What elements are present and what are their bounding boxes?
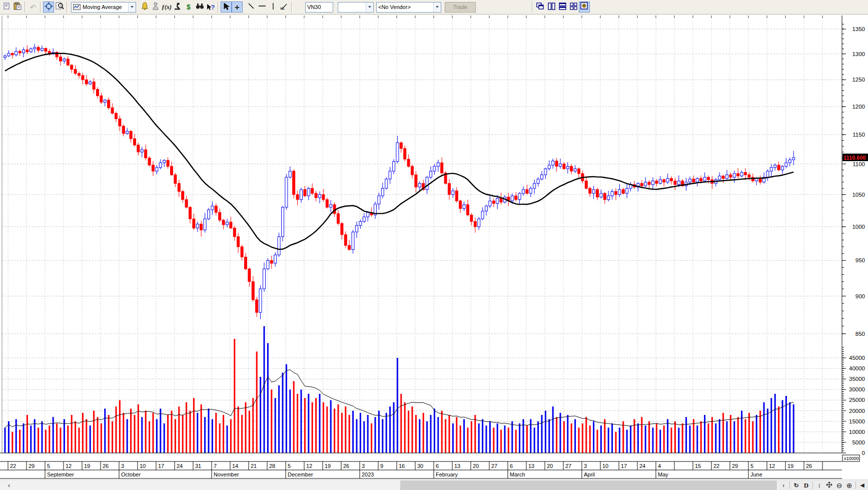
zoom-in-button[interactable]: ⊕: [845, 481, 853, 489]
chevron-left-icon: ‹: [8, 482, 10, 489]
indicator-quicklist-combo[interactable]: Moving Average: [71, 2, 136, 13]
candle-body: [256, 300, 258, 312]
candle-body: [729, 175, 732, 177]
date-label: 10: [602, 463, 608, 469]
indicator-builder-button[interactable]: ƒ(x): [161, 2, 172, 13]
candle-body: [692, 179, 695, 182]
candle-body: [145, 150, 147, 158]
candle-body: [526, 190, 528, 193]
candle-body: [148, 158, 151, 165]
system-tester-button[interactable]: $: [183, 2, 194, 13]
candle-body: [533, 183, 536, 188]
chevron-down-icon[interactable]: [366, 3, 373, 12]
candle-body: [478, 219, 480, 227]
semilog-scale-button[interactable]: sL: [279, 2, 290, 13]
pan-icon: [826, 481, 832, 489]
scroll-left-button[interactable]: ‹: [4, 480, 14, 490]
candle-body: [222, 220, 225, 225]
candle-body: [663, 180, 665, 182]
crosshair-pointer-icon: [45, 2, 53, 13]
refresh-button[interactable]: ↻: [792, 481, 800, 489]
horizontal-line-tool-button[interactable]: [257, 2, 268, 13]
context-help-button[interactable]: ?: [205, 2, 216, 13]
volume-axis-label: 20000: [849, 408, 865, 414]
select-tool-button[interactable]: [221, 2, 232, 13]
candle-body: [204, 219, 206, 230]
candle-body: [759, 179, 761, 182]
expand-vertical-button[interactable]: ↕: [815, 481, 823, 489]
vertical-line-tool-button[interactable]: [268, 2, 279, 13]
alerts-button[interactable]: [139, 2, 150, 13]
zoom-out-icon: ⊖: [836, 481, 842, 489]
candle-body: [733, 174, 735, 177]
candle-body: [770, 168, 772, 171]
trade-button[interactable]: Trade: [445, 2, 476, 13]
candle-body: [196, 224, 199, 228]
date-label: 3: [584, 463, 587, 469]
candle-body: [296, 195, 299, 200]
scroll-right-button[interactable]: ›: [778, 480, 788, 490]
chart-canvas[interactable]: 1350130012501200115011001050100095090085…: [0, 15, 868, 479]
price-axis-label: 950: [855, 257, 865, 263]
candle-body: [111, 108, 114, 113]
layout-button[interactable]: [579, 2, 590, 13]
month-label: June: [750, 471, 762, 477]
candle-body: [34, 48, 36, 49]
candle-body: [485, 206, 488, 211]
pointer-mode-button[interactable]: [43, 2, 54, 13]
zoom-out-button[interactable]: ⊖: [835, 481, 843, 489]
chevron-down-icon[interactable]: [433, 3, 441, 12]
candle-body: [541, 175, 543, 179]
previous-chart-button[interactable]: ◀: [858, 481, 866, 489]
explorer-button[interactable]: [172, 2, 183, 13]
candle-body: [737, 174, 739, 176]
candle-body: [615, 191, 617, 194]
chart-scrollbar-track[interactable]: [0, 480, 778, 490]
chevron-down-icon[interactable]: [128, 3, 136, 12]
candle-body: [666, 179, 669, 182]
cascade-windows-button[interactable]: [535, 2, 546, 13]
pan-button[interactable]: [825, 481, 833, 489]
candle-body: [559, 164, 562, 167]
tile-grid-button[interactable]: [568, 2, 579, 13]
date-label: 26: [103, 463, 109, 469]
candle-body: [41, 49, 44, 51]
tile-horizontal-button[interactable]: [557, 2, 568, 13]
candle-body: [744, 172, 747, 175]
candle-body: [126, 131, 129, 134]
candle-body: [263, 269, 266, 289]
copy-button[interactable]: [1, 2, 12, 13]
candle-body: [285, 177, 288, 207]
candle-body: [344, 235, 347, 245]
periodicity-button[interactable]: D: [802, 481, 810, 489]
vertical-line-icon: [272, 3, 275, 12]
candle-body: [496, 198, 499, 203]
search-button[interactable]: [194, 2, 205, 13]
crosshair-tool-button[interactable]: +: [232, 2, 243, 13]
period-combo[interactable]: [338, 2, 374, 13]
tile-horizontal-icon: [559, 3, 566, 12]
candle-body: [515, 196, 517, 200]
candle-body: [578, 169, 580, 174]
help-pointer-icon: ?: [207, 4, 215, 11]
trendline-tool-button[interactable]: [246, 2, 257, 13]
zoom-mode-button[interactable]: [54, 2, 65, 13]
candle-body: [400, 143, 402, 149]
candle-body: [304, 190, 306, 196]
tile-vertical-button[interactable]: [546, 2, 557, 13]
vendor-combo[interactable]: <No Vendor>: [376, 2, 441, 13]
symbol-input[interactable]: VN30: [305, 2, 333, 13]
date-label: 29: [29, 463, 35, 469]
expert-advisor-button[interactable]: [150, 2, 161, 13]
candle-body: [603, 193, 606, 200]
chevron-right-icon: ›: [782, 482, 784, 489]
candle-body: [404, 149, 406, 159]
undo-button[interactable]: ↶: [28, 2, 39, 13]
paste-button[interactable]: [12, 2, 23, 13]
date-label: 12: [306, 463, 312, 469]
candle-body: [652, 181, 654, 184]
date-label: 28: [269, 463, 275, 469]
toolbar-separator: [67, 2, 70, 13]
chart-statusbar: ‹ › ↻ D ↕ ⊖ ⊕: [0, 479, 868, 490]
chart-scrollbar-thumb[interactable]: [400, 480, 777, 490]
